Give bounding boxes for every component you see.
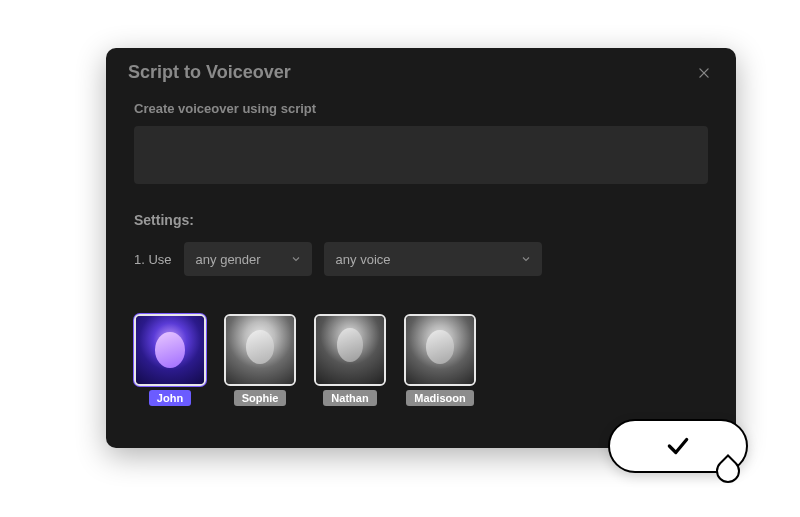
voice-card-nathan[interactable]: Nathan (314, 314, 386, 406)
voice-name-label: Sophie (234, 390, 287, 406)
voice-card-madisoon[interactable]: Madisoon (404, 314, 476, 406)
avatar (224, 314, 296, 386)
settings-block: Settings: 1. Use any gender any voice (134, 212, 708, 276)
check-icon (665, 433, 691, 459)
voice-select-value: any voice (336, 252, 391, 267)
modal-body: Create voiceover using script Settings: … (106, 93, 736, 448)
voice-options-row: John Sophie Nathan Madisoon (134, 314, 708, 406)
avatar (404, 314, 476, 386)
chevron-down-icon (290, 253, 302, 265)
voice-select[interactable]: any voice (324, 242, 542, 276)
chevron-down-icon (520, 253, 532, 265)
close-button[interactable] (694, 63, 714, 83)
avatar (314, 314, 386, 386)
settings-row: 1. Use any gender any voice (134, 242, 708, 276)
voice-name-label: Nathan (323, 390, 376, 406)
gender-select-value: any gender (196, 252, 261, 267)
gender-select[interactable]: any gender (184, 242, 312, 276)
script-label: Create voiceover using script (134, 101, 708, 116)
voice-card-john[interactable]: John (134, 314, 206, 406)
row-prefix: 1. Use (134, 252, 172, 267)
settings-label: Settings: (134, 212, 708, 228)
script-to-voiceover-modal: Script to Voiceover Create voiceover usi… (106, 48, 736, 448)
voice-card-sophie[interactable]: Sophie (224, 314, 296, 406)
script-input[interactable] (134, 126, 708, 184)
modal-title: Script to Voiceover (128, 62, 291, 83)
close-icon (697, 66, 711, 80)
voice-name-label: Madisoon (406, 390, 473, 406)
avatar (134, 314, 206, 386)
voice-name-label: John (149, 390, 191, 406)
modal-header: Script to Voiceover (106, 48, 736, 93)
